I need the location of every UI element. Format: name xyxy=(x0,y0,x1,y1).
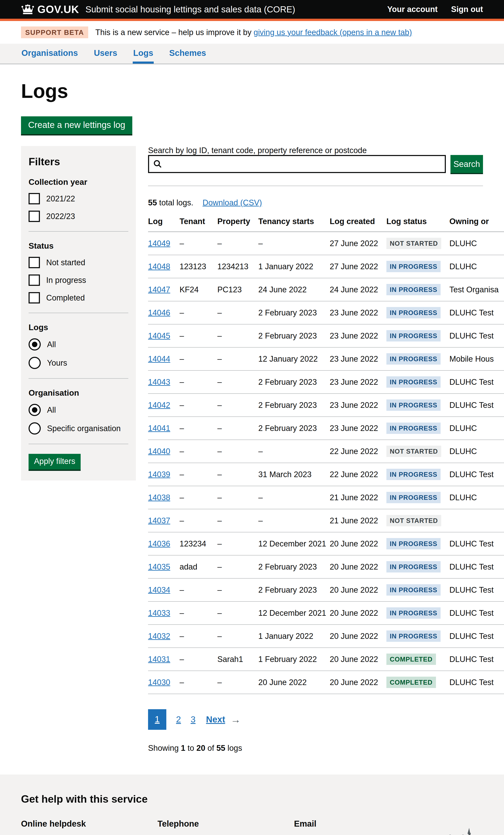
create-lettings-log-button[interactable]: Create a new lettings log xyxy=(21,116,132,134)
checkbox[interactable] xyxy=(28,257,40,268)
apply-filters-button[interactable]: Apply filters xyxy=(28,454,81,470)
site-footer: Get help with this service Online helpde… xyxy=(0,775,504,835)
log-id-link[interactable]: 14039 xyxy=(148,470,170,479)
checkbox-option[interactable]: In progress xyxy=(28,274,128,286)
pagination-current-page[interactable]: 1 xyxy=(148,709,166,730)
owning-org-cell: DLUHC xyxy=(449,232,504,255)
log-id-link[interactable]: 14044 xyxy=(148,354,170,363)
service-name[interactable]: Submit social housing lettings and sales… xyxy=(85,4,295,15)
sign-out-link[interactable]: Sign out xyxy=(451,5,483,14)
radio-option[interactable]: All xyxy=(28,338,128,350)
nav-tab[interactable]: Users xyxy=(94,44,118,64)
log-id-link[interactable]: 14036 xyxy=(148,539,170,548)
nav-tab[interactable]: Organisations xyxy=(21,44,78,64)
log-id-link[interactable]: 14030 xyxy=(148,678,170,687)
log-created-cell: 20 June 2022 xyxy=(330,648,386,671)
log-id-link[interactable]: 14043 xyxy=(148,378,170,386)
log-id-link[interactable]: 14042 xyxy=(148,401,170,409)
checkbox[interactable] xyxy=(28,193,40,204)
download-csv-link[interactable]: Download (CSV) xyxy=(203,198,262,207)
radio-label: All xyxy=(47,406,56,414)
log-id-link[interactable]: 14033 xyxy=(148,609,170,617)
property-cell: – xyxy=(217,440,258,463)
tenancy-starts-cell: 24 June 2022 xyxy=(258,278,330,301)
status-badge: In progress xyxy=(386,630,441,642)
log-created-cell: 20 June 2022 xyxy=(330,625,386,648)
log-id-link[interactable]: 14034 xyxy=(148,586,170,594)
page-title: Logs xyxy=(21,80,483,102)
status-badge: In progress xyxy=(386,469,441,480)
log-id-link[interactable]: 14048 xyxy=(148,262,170,271)
table-row: 14030 – – 20 June 2022 20 June 2022 Comp… xyxy=(148,671,504,694)
status-badge: In progress xyxy=(386,284,441,295)
filter-group-label: Logs xyxy=(28,323,128,332)
property-cell: – xyxy=(217,509,258,532)
checkbox-option[interactable]: Not started xyxy=(28,257,128,268)
divider xyxy=(148,186,483,186)
radio[interactable] xyxy=(28,404,41,416)
tenant-cell: – xyxy=(180,648,217,671)
tenant-cell: – xyxy=(180,625,217,648)
tenancy-starts-cell: – xyxy=(258,232,330,255)
table-row: 14037 – – – 21 June 2022 Not started xyxy=(148,509,504,532)
search-input[interactable] xyxy=(148,155,446,173)
log-id-link[interactable]: 14049 xyxy=(148,239,170,248)
nav-tab[interactable]: Schemes xyxy=(169,44,207,64)
log-id-link[interactable]: 14040 xyxy=(148,447,170,456)
checkbox[interactable] xyxy=(28,211,40,222)
total-label: total logs. xyxy=(157,198,193,207)
log-id-link[interactable]: 14041 xyxy=(148,424,170,433)
radio[interactable] xyxy=(28,357,41,369)
pagination-next-link[interactable]: Next xyxy=(206,714,225,725)
owning-org-cell: Mobile Hous xyxy=(449,347,504,370)
radio[interactable] xyxy=(28,422,41,434)
checkbox[interactable] xyxy=(28,274,40,286)
tenancy-starts-cell: 2 February 2023 xyxy=(258,417,330,440)
log-id-link[interactable]: 14046 xyxy=(148,308,170,317)
nav-tab[interactable]: Logs xyxy=(133,44,154,64)
checkbox-label: Not started xyxy=(46,258,85,267)
table-row: 14036 123234 – 12 December 2021 20 June … xyxy=(148,532,504,555)
email-heading: Email xyxy=(294,819,441,829)
radio-option[interactable]: Specific organisation xyxy=(28,422,128,434)
status-badge: Completed xyxy=(386,654,436,665)
footer-telephone-column: Telephone 0333 202 5084 Monday to Friday… xyxy=(158,819,294,835)
radio-label: Specific organisation xyxy=(47,424,121,433)
log-created-cell: 23 June 2022 xyxy=(330,347,386,370)
checkbox-option[interactable]: 2021/22 xyxy=(28,193,128,204)
checkbox-option[interactable]: Completed xyxy=(28,292,128,303)
search-button[interactable]: Search xyxy=(450,155,483,173)
log-id-link[interactable]: 14031 xyxy=(148,655,170,664)
log-id-link[interactable]: 14038 xyxy=(148,493,170,502)
tenant-cell: – xyxy=(180,393,217,417)
tenant-cell: – xyxy=(180,347,217,370)
header-logo-group[interactable]: GOV.UK Submit social housing lettings an… xyxy=(21,3,295,16)
log-id-link[interactable]: 14037 xyxy=(148,516,170,525)
table-row: 14031 – Sarah1 1 February 2022 20 June 2… xyxy=(148,648,504,671)
radio[interactable] xyxy=(28,338,41,350)
log-id-link[interactable]: 14045 xyxy=(148,331,170,340)
log-created-cell: 20 June 2022 xyxy=(330,578,386,602)
tenant-cell: adad xyxy=(180,555,217,578)
log-id-link[interactable]: 14032 xyxy=(148,632,170,640)
table-row: 14047 KF24 PC123 24 June 2022 24 June 20… xyxy=(148,278,504,301)
tenant-cell: – xyxy=(180,578,217,602)
pagination-page-link[interactable]: 3 xyxy=(191,714,196,725)
log-id-link[interactable]: 14035 xyxy=(148,563,170,571)
pagination-page-link[interactable]: 2 xyxy=(176,714,181,725)
feedback-link[interactable]: giving us your feedback (opens in a new … xyxy=(254,28,412,37)
checkbox-option[interactable]: 2022/23 xyxy=(28,211,128,222)
log-id-link[interactable]: 14047 xyxy=(148,285,170,294)
your-account-link[interactable]: Your account xyxy=(387,5,438,14)
log-created-cell: 20 June 2022 xyxy=(330,532,386,555)
log-created-cell: 24 June 2022 xyxy=(330,278,386,301)
checkbox[interactable] xyxy=(28,292,40,303)
filter-group-label: Collection year xyxy=(28,178,128,187)
property-cell: – xyxy=(217,625,258,648)
table-row: 14040 – – – 22 June 2022 Not started DLU… xyxy=(148,440,504,463)
radio-option[interactable]: Yours xyxy=(28,357,128,369)
divider xyxy=(28,378,128,379)
radio-option[interactable]: All xyxy=(28,404,128,416)
log-created-cell: 22 June 2022 xyxy=(330,463,386,486)
results-section: Search by log ID, tenant code, property … xyxy=(148,146,483,753)
